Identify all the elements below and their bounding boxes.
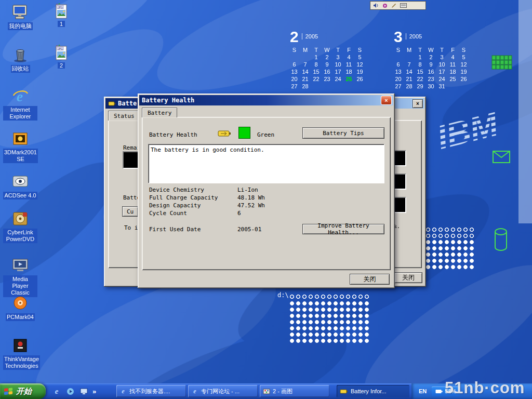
calendar-day-header: T bbox=[311, 46, 322, 54]
calendar-day: 27 bbox=[393, 83, 404, 90]
calendar-day: 14 bbox=[300, 68, 311, 75]
calendar-day: 9 bbox=[322, 61, 332, 68]
taskbar-task-3[interactable]: 2 - 画图 bbox=[260, 385, 329, 397]
battery-percent: 58% bbox=[445, 388, 456, 394]
calendar-day: 4 bbox=[343, 54, 354, 61]
info-row: Design Capacity47.52 Wh bbox=[142, 202, 391, 209]
cylinder-icon bbox=[494, 228, 508, 251]
battery-tray-indicator[interactable]: 58% bbox=[432, 387, 460, 396]
calendar-day: 11 bbox=[447, 61, 458, 68]
to-label: To i bbox=[124, 224, 138, 231]
desktop-icon-pcmark[interactable]: PCMark04 bbox=[3, 294, 37, 321]
battery-health-dialog[interactable]: Battery Health × Battery Battery Health … bbox=[138, 94, 395, 288]
calendar-day-header: W bbox=[322, 46, 332, 54]
show-desktop-quicklaunch-icon[interactable] bbox=[79, 387, 88, 396]
task-label: 2 - 画图 bbox=[273, 388, 292, 395]
condition-textbox[interactable]: The battery is in good condition. bbox=[148, 144, 384, 183]
calendar-day: 12 bbox=[354, 61, 365, 68]
calendar-day bbox=[393, 54, 404, 61]
cu-button[interactable]: Cu bbox=[122, 206, 138, 217]
media-player-quicklaunch-icon[interactable] bbox=[65, 387, 75, 396]
info-row: Full Charge Capacity48.18 Wh bbox=[142, 194, 391, 201]
info-label: Cycle Count bbox=[149, 210, 187, 217]
calendar-2005-3: 32005SMTWTFS1234567891011121314151617181… bbox=[393, 29, 476, 90]
calendar-year: 2005 bbox=[406, 33, 422, 39]
calendar-day bbox=[311, 83, 322, 90]
svg-text:e: e bbox=[55, 387, 59, 395]
taskbar-task-4[interactable]: Battery Infor... bbox=[337, 385, 409, 397]
volume-icon[interactable] bbox=[373, 3, 379, 8]
battery-tips-button[interactable]: Battery Tips bbox=[302, 127, 384, 139]
calendar-day-header: S bbox=[458, 46, 469, 54]
desktop-icon-my-computer[interactable]: 我的电脑 bbox=[3, 3, 37, 30]
calendar-day: 9 bbox=[425, 61, 436, 68]
calendar-day: 12 bbox=[458, 61, 469, 68]
desktop-icon-powerdvd[interactable]: CyberLink PowerDVD bbox=[3, 210, 37, 243]
desktop: IBM d:\ 22005SMTWTFS12345678910111213141… bbox=[0, 0, 532, 399]
language-indicator[interactable]: EN bbox=[419, 388, 427, 394]
desktop-file-label: 1 bbox=[58, 21, 65, 27]
desktop-icon-thinkvantage[interactable]: ThinkVantage Technologies bbox=[3, 337, 37, 370]
keyboard-icon[interactable] bbox=[400, 3, 407, 8]
media-player-classic-icon bbox=[11, 257, 29, 274]
calendar-day-header: M bbox=[300, 46, 311, 54]
calendar-day: 19 bbox=[354, 68, 365, 75]
info-label: Full Charge Capacity bbox=[149, 194, 218, 201]
taskbar: 开始 e » e找不到服务器....e专门网论坛 - ...2 - 画图Batt… bbox=[0, 383, 532, 399]
taskbar-task-2[interactable]: e专门网论坛 - ... bbox=[188, 385, 258, 397]
language-bar[interactable] bbox=[370, 1, 426, 10]
media-icon[interactable] bbox=[382, 3, 388, 8]
condition-text: The battery is in good condition. bbox=[151, 147, 264, 153]
desktop-icon-acdsee[interactable]: ACDSee 4.0 bbox=[3, 172, 37, 200]
close-icon[interactable]: × bbox=[381, 96, 392, 105]
calendar-day: 22 bbox=[415, 75, 425, 83]
svg-text:e: e bbox=[193, 388, 196, 395]
internet-explorer-icon: e bbox=[11, 87, 29, 105]
improve-battery-health-button[interactable]: Improve Battery Health... bbox=[302, 224, 384, 234]
ie-quicklaunch-icon[interactable]: e bbox=[52, 387, 61, 396]
calendar-day: 17 bbox=[332, 68, 343, 75]
calendar-2005-2: 22005SMTWTFS1234567891011121314151617181… bbox=[289, 29, 372, 90]
calendar-day: 23 bbox=[425, 75, 436, 83]
pen-icon[interactable] bbox=[391, 3, 396, 8]
svg-text:e: e bbox=[122, 388, 125, 395]
desktop-icon-label: 3DMark2001 SE bbox=[3, 149, 38, 163]
calendar-day: 20 bbox=[393, 75, 404, 83]
desktop-icon-threedmark[interactable]: 3DMark2001 SE bbox=[3, 130, 37, 163]
desktop-icon-media-player-classic[interactable]: Media Player Classic bbox=[3, 257, 37, 297]
jpg-file-icon: JPG bbox=[54, 44, 69, 60]
calendar-day: 18 bbox=[343, 68, 354, 75]
calendar-day: 10 bbox=[436, 61, 447, 68]
ibm-logo: IBM bbox=[434, 99, 517, 158]
close-button-health[interactable]: 关闭 bbox=[350, 274, 390, 285]
close-icon[interactable]: × bbox=[413, 99, 423, 108]
calendar-day: 16 bbox=[322, 68, 332, 75]
info-value: 6 bbox=[237, 210, 241, 217]
windows-flag-icon bbox=[4, 387, 14, 396]
taskbar-task-1[interactable]: e找不到服务器.... bbox=[116, 385, 186, 397]
tab-battery[interactable]: Battery bbox=[142, 108, 177, 117]
calendar-day-header: S bbox=[289, 46, 300, 54]
battery-health-titlebar[interactable]: Battery Health × bbox=[139, 95, 393, 105]
calendar-day: 26 bbox=[354, 75, 365, 83]
calendar-day bbox=[322, 83, 332, 90]
desktop-icon-recycle-bin[interactable]: 回收站 bbox=[3, 46, 37, 73]
task-label: 找不到服务器.... bbox=[129, 388, 170, 395]
drive-label: d:\ bbox=[277, 291, 289, 299]
desktop-icon-label: 我的电脑 bbox=[8, 22, 33, 30]
tab-status[interactable]: Status bbox=[108, 111, 140, 121]
close-button-info[interactable]: 关闭 bbox=[394, 272, 422, 283]
calendar-day: 26 bbox=[458, 75, 469, 83]
desktop-file-2[interactable]: JPG2 bbox=[48, 44, 75, 70]
envelope-icon bbox=[493, 151, 510, 163]
desktop-icon-label: ThinkVantage Technologies bbox=[3, 355, 40, 370]
calendar-day-header: T bbox=[436, 46, 447, 54]
desktop-icon-label: 回收站 bbox=[11, 65, 30, 73]
powerdvd-icon bbox=[11, 210, 29, 228]
desktop-icon-label: Internet Explorer bbox=[3, 106, 37, 121]
start-label: 开始 bbox=[16, 387, 32, 396]
start-button[interactable]: 开始 bbox=[0, 383, 46, 399]
desktop-file-1[interactable]: JPG1 bbox=[48, 2, 75, 28]
quick-launch-overflow[interactable]: » bbox=[92, 388, 96, 395]
desktop-icon-internet-explorer[interactable]: eInternet Explorer bbox=[3, 87, 37, 121]
